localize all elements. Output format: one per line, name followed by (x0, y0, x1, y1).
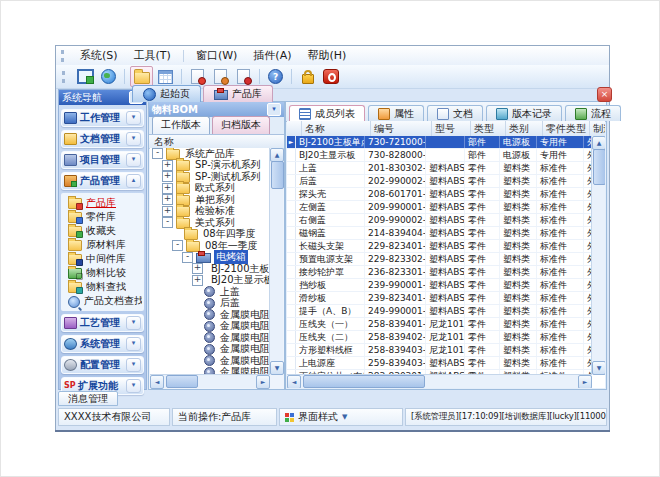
expand-icon[interactable]: + (162, 206, 173, 217)
table-row[interactable]: 上盖201-830302-00X塑料ABS零件塑料类标准件外协条 (287, 162, 592, 175)
tree-vertical-scrollbar[interactable]: ▲ ▼ (269, 148, 283, 375)
table-row[interactable]: 方形塑料线框258-839403-00X尼龙1010零件塑料类标准件外协条 (287, 344, 592, 357)
table-row[interactable]: 磁钢盖214-839404-01X塑料ABS零件塑料类标准件外协条 (287, 227, 592, 240)
grid-column-header-2[interactable]: 型号 (432, 121, 471, 136)
scroll-down-icon[interactable]: ▼ (270, 361, 284, 375)
members-tab-4[interactable]: 流程 (565, 105, 621, 121)
table-row[interactable]: 上电源座259-839403-00X塑料ABS零件塑料类标准件外协条 (287, 357, 592, 370)
expand-icon[interactable]: + (192, 275, 203, 286)
table-row[interactable]: 左侧盖209-990001-01X塑料ABS零件塑料类标准件外协条 (287, 201, 592, 214)
chevron-down-icon[interactable]: ▾ (126, 111, 141, 125)
expand-icon[interactable]: + (162, 160, 173, 171)
exit-button[interactable] (320, 67, 341, 86)
sidebar-section-1[interactable]: 文档管理▾ (61, 130, 144, 148)
table-row[interactable]: 压线夹（二）258-839402-00X尼龙1010零件塑料类标准件外协条 (287, 331, 592, 344)
menu-item-1[interactable]: 工具(T) (126, 46, 179, 65)
members-tab-3[interactable]: 版本记录 (486, 105, 562, 121)
doc-tab-1[interactable]: 产品库 (203, 85, 273, 102)
menu-grip[interactable] (61, 50, 67, 62)
sidebar-item-5[interactable]: 物料比较 (61, 267, 144, 279)
chevron-down-icon[interactable]: ▾ (126, 337, 141, 351)
ui-style-selector[interactable]: 界面样式 ▼ (279, 408, 403, 426)
members-tab-0[interactable]: 成员列表 (289, 105, 365, 121)
bom-tab-0[interactable]: 工作版本 (152, 116, 210, 134)
message-manager-tab[interactable]: 消息管理 (58, 391, 118, 406)
expand-icon[interactable]: + (192, 263, 203, 274)
scroll-up-icon[interactable]: ▲ (592, 136, 605, 150)
table-row[interactable]: 挡纱板239-990001-01X塑料ABS零件塑料类标准件外协条 (287, 279, 592, 292)
grid-vscroll-thumb[interactable] (593, 149, 605, 185)
scroll-left-icon[interactable]: ◄ (150, 375, 164, 389)
members-tab-2[interactable]: 文档 (427, 105, 483, 121)
tree-node[interactable]: 上盖 (150, 286, 270, 298)
table-row[interactable]: 长磁头支架229-823401-00X塑料ABS零件塑料类标准件外协条 (287, 240, 592, 253)
scroll-right-icon[interactable]: ► (256, 375, 270, 389)
chevron-down-icon[interactable]: ▾ (126, 316, 141, 330)
sidebar-item-4[interactable]: 中间件库 (61, 253, 144, 265)
tree-column-header[interactable]: 名称 (149, 135, 284, 149)
sidebar-item-0[interactable]: 产品库 (61, 197, 144, 209)
grid-column-header-1[interactable]: 编号 (371, 121, 432, 136)
table-row[interactable]: 预置电源支架229-823302-00X塑料ABS零件塑料类标准件外协条 (287, 253, 592, 266)
bom-panel-button[interactable]: ▾ (267, 103, 281, 116)
expand-icon[interactable]: + (162, 171, 173, 182)
menu-item-2[interactable]: 窗口(W) (188, 46, 245, 65)
sidebar-section-2[interactable]: 项目管理▾ (61, 151, 144, 169)
table-row[interactable]: 探头壳208-601701-01X塑料ABS零件塑料类标准件外协条 (287, 188, 592, 201)
sidebar-item-3[interactable]: 原材料库 (61, 239, 144, 251)
doc-tab-0[interactable]: 起始页 (132, 85, 201, 102)
delete-document-button[interactable] (233, 67, 254, 86)
data-grid-button[interactable] (155, 67, 176, 86)
edit-document-button[interactable] (210, 67, 231, 86)
table-row[interactable]: 滑纱板239-823401-00X塑料ABS零件塑料类标准件外协条 (287, 292, 592, 305)
bom-tab-1[interactable]: 归档版本 (212, 116, 270, 134)
chevron-down-icon[interactable]: ▾ (126, 132, 141, 146)
table-row[interactable]: 压线夹（一）258-839401-00X尼龙1010零件塑料类标准件外协条 (287, 318, 592, 331)
new-document-button[interactable] (187, 67, 208, 86)
tree-node[interactable]: -08年一季度 (150, 240, 270, 252)
scroll-down-icon[interactable]: ▼ (592, 361, 605, 375)
sidebar-item-1[interactable]: 零件库 (61, 211, 144, 223)
sidebar-item-7[interactable]: 产品文档查找 (61, 295, 144, 307)
table-row[interactable]: BJ20主显示板730-828000-04X部件电源板专用件外协颗 (287, 149, 592, 162)
collapse-icon[interactable]: - (182, 252, 193, 263)
expand-icon[interactable]: + (162, 183, 173, 194)
table-row[interactable]: 右侧盖209-990002-01X塑料ABS零件塑料类标准件外协条 (287, 214, 592, 227)
collapse-icon[interactable]: - (152, 148, 163, 159)
collapse-icon[interactable]: - (172, 240, 183, 251)
open-library-button[interactable] (130, 66, 153, 87)
menu-item-4[interactable]: 帮助(H) (299, 46, 354, 65)
collapse-icon[interactable]: - (162, 217, 173, 228)
table-row[interactable]: 接纱轮护罩236-823301-00X塑料ABS零件塑料类标准件外协条 (287, 266, 592, 279)
menu-item-0[interactable]: 系统(S) (72, 46, 126, 65)
table-row[interactable]: ►BJ-2100主板单点730-721000-12X部件电源板专用件外协颗 (287, 136, 592, 149)
expand-icon[interactable]: + (162, 194, 173, 205)
tree-horizontal-scrollbar[interactable]: ◄ ► (150, 374, 270, 388)
grid-horizontal-scrollbar[interactable]: ◄ ► (287, 374, 592, 388)
sidebar-item-2[interactable]: 收藏夹 (61, 225, 144, 237)
chevron-up-icon[interactable]: ▴ (126, 174, 141, 188)
close-tab-button[interactable]: × (597, 87, 612, 102)
tree-node[interactable]: +BJ20主显示板 (150, 275, 270, 287)
grid-column-header-5[interactable]: 零件类型 (543, 121, 590, 136)
sidebar-section-6[interactable]: 配置管理▾ (61, 356, 144, 374)
tree-vscroll-thumb[interactable] (271, 161, 284, 189)
lock-button[interactable] (297, 67, 318, 86)
grid-column-header-6[interactable]: 制造方式 (590, 121, 605, 136)
scroll-up-icon[interactable]: ▲ (270, 148, 284, 162)
chevron-down-icon[interactable]: ▾ (126, 358, 141, 372)
help-button[interactable] (265, 67, 286, 86)
grid-column-header-4[interactable]: 类别 (506, 121, 543, 136)
table-row[interactable]: 后盖202-990002-01X塑料ABS零件塑料类标准件外协条 (287, 175, 592, 188)
grid-hscroll-thumb[interactable] (303, 375, 425, 388)
chevron-down-icon[interactable]: ▾ (126, 379, 141, 393)
grid-column-header-0[interactable]: 名称 (302, 121, 371, 136)
menu-item-3[interactable]: 插件(A) (245, 46, 299, 65)
sidebar-section-5[interactable]: 系统管理▾ (61, 335, 144, 353)
scroll-left-icon[interactable]: ◄ (287, 375, 301, 389)
sidebar-section-4[interactable]: 工艺管理▾ (61, 314, 144, 332)
chevron-down-icon[interactable]: ▾ (126, 153, 141, 167)
sidebar-section-0[interactable]: 工作管理▾ (61, 109, 144, 127)
tree-hscroll-thumb[interactable] (166, 375, 198, 388)
network-button[interactable] (98, 67, 119, 86)
